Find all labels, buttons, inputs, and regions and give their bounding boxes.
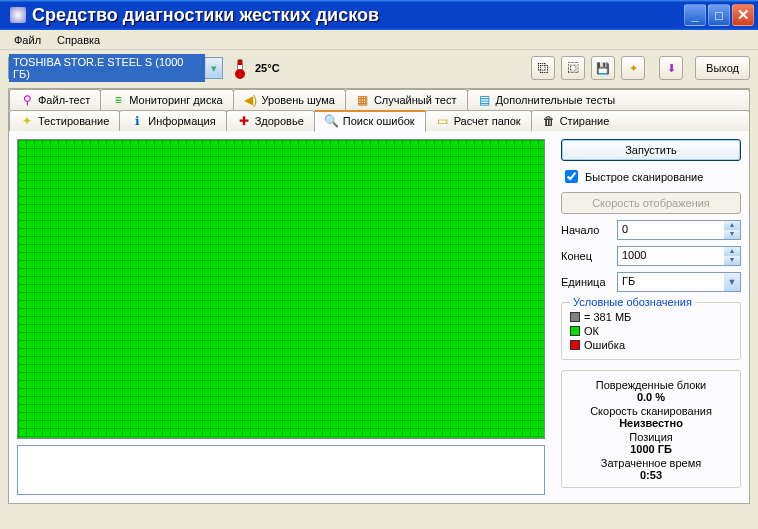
menu-file[interactable]: Файл	[6, 32, 49, 48]
error-swatch	[570, 340, 580, 350]
unit-select[interactable]: ГБ ▼	[617, 272, 741, 292]
menu-help[interactable]: Справка	[49, 32, 108, 48]
tab-content: Запустить Быстрое сканирование Скорость …	[9, 131, 749, 503]
random-icon: ▦	[356, 93, 370, 107]
tab-file-test[interactable]: ⚲Файл-тест	[9, 89, 101, 110]
ok-swatch	[570, 326, 580, 336]
tab-extra[interactable]: ▤Дополнительные тесты	[467, 89, 751, 110]
update-button[interactable]: ⬇	[659, 56, 683, 80]
tab-row-bottom: ✦Тестирование ℹИнформация ✚Здоровье 🔍Пои…	[9, 110, 749, 131]
settings-button[interactable]: ✦	[621, 56, 645, 80]
log-box[interactable]	[17, 445, 545, 495]
info-icon: ℹ	[130, 114, 144, 128]
spin-down-icon[interactable]: ▼	[724, 230, 740, 239]
speaker-icon: ◀)	[244, 93, 258, 107]
scan-grid	[17, 139, 545, 439]
snapshot-icon: ⿴	[568, 62, 579, 74]
chevron-down-icon: ▾	[205, 58, 222, 78]
legend-group: Условные обозначения = 381 МБ ОК Ошибка	[561, 302, 741, 360]
spin-down-icon[interactable]: ▼	[724, 256, 740, 265]
display-rate-button: Скорость отображения	[561, 192, 741, 214]
tab-monitoring[interactable]: ≡Мониторинг диска	[100, 89, 233, 110]
tab-row-top: ⚲Файл-тест ≡Мониторинг диска ◀)Уровень ш…	[9, 89, 749, 110]
screenshot-button[interactable]: ⿴	[561, 56, 585, 80]
tab-container: ⚲Файл-тест ≡Мониторинг диска ◀)Уровень ш…	[8, 88, 750, 504]
drive-select[interactable]: TOSHIBA STOR.E STEEL S (1000 ГБ) ▾	[8, 57, 223, 79]
end-label: Конец	[561, 250, 613, 262]
unit-label: Единица	[561, 276, 613, 288]
magnifier-icon: 🔍	[325, 114, 339, 128]
quick-scan-input[interactable]	[565, 170, 578, 183]
menubar: Файл Справка	[0, 30, 758, 50]
quick-scan-checkbox[interactable]: Быстрое сканирование	[561, 167, 741, 186]
download-icon: ⬇	[667, 62, 676, 75]
end-spinner[interactable]: 1000 ▲▼	[617, 246, 741, 266]
tab-random[interactable]: ▦Случайный тест	[345, 89, 468, 110]
tab-info[interactable]: ℹИнформация	[119, 110, 226, 131]
window-title: Средство диагностики жестких дисков	[32, 5, 682, 26]
extra-icon: ▤	[478, 93, 492, 107]
trash-icon: 🗑	[542, 114, 556, 128]
floppy-icon: 💾	[596, 62, 610, 75]
copy-icon: ⿻	[538, 62, 549, 74]
app-icon	[10, 7, 26, 23]
tab-testing[interactable]: ✦Тестирование	[9, 110, 120, 131]
stats-group: Поврежденные блоки 0.0 % Скорость сканир…	[561, 370, 741, 488]
start-label: Начало	[561, 224, 613, 236]
gear-icon: ✦	[629, 62, 638, 75]
thermometer-icon	[237, 59, 243, 77]
tab-error-scan[interactable]: 🔍Поиск ошибок	[314, 110, 426, 132]
titlebar: Средство диагностики жестких дисков _ □ …	[0, 0, 758, 30]
minimize-button[interactable]: _	[684, 4, 706, 26]
health-icon: ✚	[237, 114, 251, 128]
file-test-icon: ⚲	[20, 93, 34, 107]
tab-folders[interactable]: ▭Расчет папок	[425, 110, 532, 131]
exit-button[interactable]: Выход	[695, 56, 750, 80]
toolbar: TOSHIBA STOR.E STEEL S (1000 ГБ) ▾ 25°C …	[0, 50, 758, 86]
monitoring-icon: ≡	[111, 93, 125, 107]
tab-erase[interactable]: 🗑Стирание	[531, 110, 750, 131]
tab-health[interactable]: ✚Здоровье	[226, 110, 315, 131]
run-button[interactable]: Запустить	[561, 139, 741, 161]
drive-select-value: TOSHIBA STOR.E STEEL S (1000 ГБ)	[9, 54, 205, 82]
bulb-icon: ✦	[20, 114, 34, 128]
temperature-value: 25°C	[255, 62, 280, 74]
chevron-down-icon: ▼	[724, 273, 740, 291]
folder-icon: ▭	[436, 114, 450, 128]
close-button[interactable]: ✕	[732, 4, 754, 26]
save-button[interactable]: 💾	[591, 56, 615, 80]
spin-up-icon[interactable]: ▲	[724, 221, 740, 230]
tab-noise[interactable]: ◀)Уровень шума	[233, 89, 346, 110]
spin-up-icon[interactable]: ▲	[724, 247, 740, 256]
side-panel: Запустить Быстрое сканирование Скорость …	[561, 139, 741, 495]
start-spinner[interactable]: 0 ▲▼	[617, 220, 741, 240]
copy-button[interactable]: ⿻	[531, 56, 555, 80]
block-swatch	[570, 312, 580, 322]
maximize-button[interactable]: □	[708, 4, 730, 26]
